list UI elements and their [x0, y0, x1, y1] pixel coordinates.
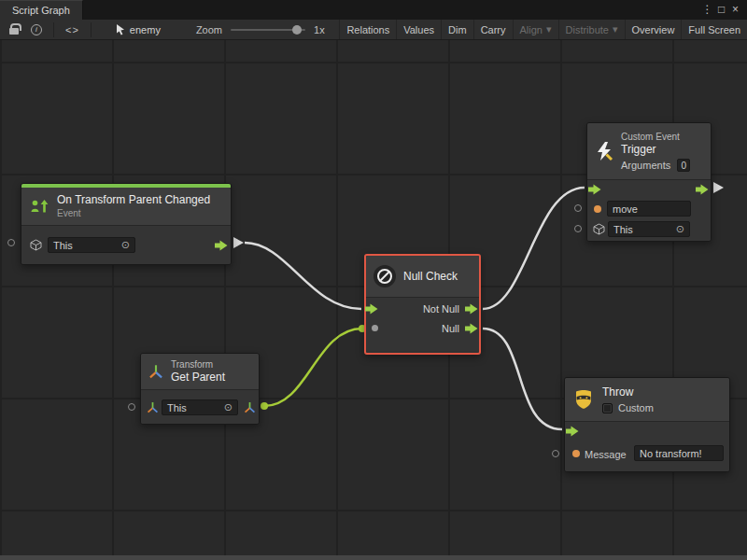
graph-name-label: enemy: [130, 24, 161, 35]
tab-title: Script Graph: [12, 5, 70, 16]
null-port-row: Null: [366, 318, 479, 338]
event-name-value: move: [613, 203, 638, 215]
maximize-icon[interactable]: □: [714, 0, 728, 20]
this-target-field[interactable]: This ⊙: [162, 399, 238, 415]
target-port-circle[interactable]: [574, 225, 582, 232]
node-body: move This ⊙: [587, 179, 711, 241]
window-controls: ⋮ □ ×: [700, 0, 747, 20]
node-header[interactable]: Custom Event Trigger Arguments 0: [587, 123, 711, 179]
message-field-value: No transform!: [640, 448, 702, 459]
toolbar-separator: [91, 22, 92, 37]
align-button[interactable]: Align▾: [513, 20, 558, 39]
custom-checkbox[interactable]: [602, 403, 613, 413]
node-null-check[interactable]: Null Check Not Null Null: [364, 254, 481, 355]
node-body: Not Null Null: [366, 297, 479, 351]
object-picker-icon[interactable]: ⊙: [224, 401, 233, 413]
node-body: This ⊙: [21, 225, 231, 264]
wire-direction-arrow: [233, 237, 244, 248]
gameobject-cube-icon: [30, 239, 42, 251]
full-screen-label: Full Screen: [688, 24, 740, 35]
null-output-port[interactable]: [465, 323, 478, 334]
graph-pointer-icon: [116, 24, 125, 35]
target-field-value: This: [613, 224, 633, 235]
toolbar-button-group: Relations Values Dim Carry Align▾ Distri…: [339, 20, 747, 39]
name-port-circle[interactable]: [574, 204, 582, 212]
transform-port-icon[interactable]: [147, 401, 159, 413]
relations-button[interactable]: Relations: [339, 20, 396, 39]
message-value-port-dot[interactable]: [572, 450, 580, 457]
event-name-field[interactable]: move: [607, 201, 691, 217]
chevron-down-icon: ▾: [613, 23, 618, 35]
node-header[interactable]: On Transform Parent Changed Event: [21, 188, 231, 225]
graph-canvas[interactable]: On Transform Parent Changed Event This ⊙: [0, 40, 747, 560]
node-subtitle: Event: [57, 207, 210, 219]
this-target-field[interactable]: This ⊙: [608, 221, 690, 237]
value-input-port-dot[interactable]: [372, 325, 378, 331]
values-button[interactable]: Values: [396, 20, 441, 39]
throw-exception-icon: [572, 388, 595, 411]
value-wire-start-dot: [261, 402, 268, 410]
custom-event-icon: [595, 141, 613, 161]
node-title: Throw: [602, 385, 654, 399]
dim-label: Dim: [448, 24, 467, 35]
target-port-circle[interactable]: [7, 239, 15, 246]
object-picker-icon[interactable]: ⊙: [676, 223, 684, 235]
distribute-button[interactable]: Distribute▾: [558, 20, 625, 39]
overview-button[interactable]: Overview: [625, 20, 682, 39]
node-title: On Transform Parent Changed: [57, 193, 210, 207]
code-icon[interactable]: <>: [65, 24, 79, 35]
lock-icon[interactable]: [9, 28, 19, 35]
dim-button[interactable]: Dim: [441, 20, 473, 39]
target-field-value: This: [167, 402, 187, 413]
target-field-value: This: [53, 240, 73, 251]
node-body: Message No transform!: [565, 421, 729, 471]
name-value-port-dot[interactable]: [594, 205, 601, 213]
flow-input-port[interactable]: [588, 184, 601, 195]
relations-label: Relations: [346, 24, 389, 35]
transform-output-port-icon[interactable]: [244, 401, 256, 413]
message-port-circle[interactable]: [552, 450, 559, 457]
flow-output-port[interactable]: [696, 184, 709, 195]
carry-label: Carry: [481, 24, 506, 35]
arguments-count-field[interactable]: 0: [677, 159, 690, 172]
overview-label: Overview: [632, 24, 675, 35]
graph-name: enemy: [116, 24, 161, 35]
node-custom-event[interactable]: Custom Event Trigger Arguments 0 move Th…: [586, 122, 712, 242]
not-null-output-port[interactable]: [465, 303, 478, 315]
transform-icon: [148, 364, 163, 379]
object-picker-icon[interactable]: ⊙: [121, 239, 130, 251]
node-throw[interactable]: Throw Custom Message No transform!: [564, 377, 730, 472]
node-title: Trigger: [621, 143, 690, 157]
node-titles: Throw Custom: [602, 385, 654, 413]
message-field[interactable]: No transform!: [634, 445, 724, 461]
node-category: Transform: [171, 358, 225, 371]
flow-input-port[interactable]: [365, 303, 378, 315]
window-tab-bar: Script Graph ⋮ □ ×: [0, 0, 747, 20]
close-icon[interactable]: ×: [728, 0, 742, 20]
wire-notnull-to-customevent: [483, 188, 585, 309]
full-screen-button[interactable]: Full Screen: [681, 20, 747, 39]
node-get-parent[interactable]: Transform Get Parent This ⊙: [140, 353, 260, 425]
zoom-value: 1x: [314, 24, 325, 35]
zoom-slider[interactable]: [231, 29, 305, 31]
flow-input-port[interactable]: [566, 426, 579, 437]
menu-icon[interactable]: ⋮: [700, 0, 714, 20]
tab-script-graph[interactable]: Script Graph: [0, 0, 83, 20]
zoom-slider-handle[interactable]: [292, 25, 302, 35]
node-titles: Custom Event Trigger Arguments 0: [621, 131, 690, 172]
arguments-label: Arguments: [621, 160, 670, 171]
flow-output-port[interactable]: [215, 240, 228, 251]
carry-button[interactable]: Carry: [473, 20, 513, 39]
not-null-label: Not Null: [423, 303, 459, 315]
node-header[interactable]: Throw Custom: [565, 378, 729, 421]
this-target-field[interactable]: This ⊙: [48, 237, 135, 253]
node-header[interactable]: Transform Get Parent: [141, 354, 259, 389]
values-label: Values: [403, 24, 434, 35]
wire-getparent-to-nullcheck: [264, 329, 362, 406]
wire-event-to-nullcheck: [245, 243, 361, 309]
target-port-circle[interactable]: [128, 403, 135, 411]
node-on-transform-parent-changed[interactable]: On Transform Parent Changed Event This ⊙: [21, 183, 232, 265]
info-icon[interactable]: i: [31, 24, 42, 35]
not-null-port-row: Not Null: [366, 299, 479, 318]
node-header[interactable]: Null Check: [366, 256, 479, 297]
